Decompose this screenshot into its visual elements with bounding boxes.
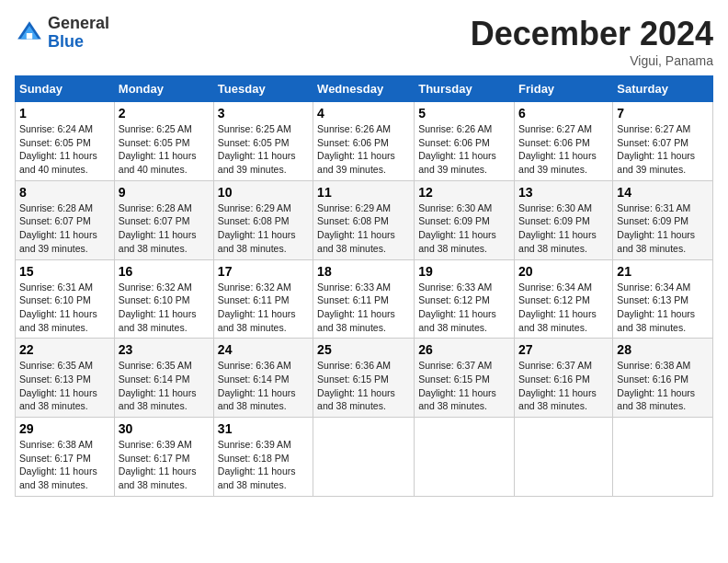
calendar-cell: 25Sunrise: 6:36 AMSunset: 6:15 PMDayligh… [313,339,415,418]
day-number: 25 [317,342,410,357]
svg-rect-2 [27,33,32,39]
logo-icon [15,18,44,48]
calendar-cell: 11Sunrise: 6:29 AMSunset: 6:08 PMDayligh… [313,180,415,259]
cell-details: Sunrise: 6:30 AMSunset: 6:09 PMDaylight:… [518,202,597,254]
day-number: 28 [617,342,709,357]
calendar-cell: 5Sunrise: 6:26 AMSunset: 6:06 PMDaylight… [415,102,515,181]
calendar-cell: 28Sunrise: 6:38 AMSunset: 6:16 PMDayligh… [613,339,713,418]
cell-details: Sunrise: 6:37 AMSunset: 6:15 PMDaylight:… [418,360,496,411]
day-number: 22 [19,342,110,357]
cell-details: Sunrise: 6:32 AMSunset: 6:10 PMDaylight:… [119,282,197,333]
cell-details: Sunrise: 6:28 AMSunset: 6:07 PMDaylight:… [119,202,197,254]
day-number: 21 [617,264,709,279]
calendar-cell: 24Sunrise: 6:36 AMSunset: 6:14 PMDayligh… [213,339,313,418]
calendar-cell: 7Sunrise: 6:27 AMSunset: 6:07 PMDaylight… [613,102,713,181]
day-number: 5 [418,106,510,121]
cell-details: Sunrise: 6:33 AMSunset: 6:12 PMDaylight:… [418,282,496,333]
header-tuesday: Tuesday [213,76,313,102]
calendar-cell: 27Sunrise: 6:37 AMSunset: 6:16 PMDayligh… [515,339,613,418]
day-number: 30 [119,421,210,436]
page-header: General Blue December 2024 Vigui, Panama [15,15,713,68]
calendar-cell: 21Sunrise: 6:34 AMSunset: 6:13 PMDayligh… [613,259,713,339]
calendar-cell: 17Sunrise: 6:32 AMSunset: 6:11 PMDayligh… [213,259,313,339]
calendar-cell: 15Sunrise: 6:31 AMSunset: 6:10 PMDayligh… [16,259,115,339]
calendar-cell [415,418,515,497]
logo-blue-text: Blue [48,32,84,51]
header-monday: Monday [114,76,213,102]
day-number: 1 [19,106,110,121]
day-number: 27 [518,342,609,357]
header-sunday: Sunday [16,76,115,102]
calendar-cell: 29Sunrise: 6:38 AMSunset: 6:17 PMDayligh… [16,418,115,497]
cell-details: Sunrise: 6:24 AMSunset: 6:05 PMDaylight:… [19,123,97,175]
day-number: 14 [617,185,709,200]
day-number: 11 [317,185,410,200]
calendar-table: SundayMondayTuesdayWednesdayThursdayFrid… [15,75,713,497]
cell-details: Sunrise: 6:32 AMSunset: 6:11 PMDaylight:… [218,282,296,333]
header-friday: Friday [515,76,613,102]
cell-details: Sunrise: 6:26 AMSunset: 6:06 PMDaylight:… [418,123,496,175]
header-thursday: Thursday [415,76,515,102]
calendar-cell: 19Sunrise: 6:33 AMSunset: 6:12 PMDayligh… [415,259,515,339]
calendar-week-row: 15Sunrise: 6:31 AMSunset: 6:10 PMDayligh… [16,259,713,339]
title-block: December 2024 Vigui, Panama [471,15,713,68]
cell-details: Sunrise: 6:39 AMSunset: 6:17 PMDaylight:… [119,439,197,490]
cell-details: Sunrise: 6:36 AMSunset: 6:14 PMDaylight:… [218,360,296,411]
calendar-cell: 20Sunrise: 6:34 AMSunset: 6:12 PMDayligh… [515,259,613,339]
logo-general-text: General [48,14,109,32]
day-number: 10 [218,185,309,200]
calendar-cell: 10Sunrise: 6:29 AMSunset: 6:08 PMDayligh… [213,180,313,259]
calendar-week-row: 22Sunrise: 6:35 AMSunset: 6:13 PMDayligh… [16,339,713,418]
cell-details: Sunrise: 6:25 AMSunset: 6:05 PMDaylight:… [218,123,296,175]
header-saturday: Saturday [613,76,713,102]
cell-details: Sunrise: 6:33 AMSunset: 6:11 PMDaylight:… [317,282,395,333]
cell-details: Sunrise: 6:28 AMSunset: 6:07 PMDaylight:… [19,202,97,254]
calendar-cell: 9Sunrise: 6:28 AMSunset: 6:07 PMDaylight… [114,180,213,259]
day-number: 6 [518,106,609,121]
day-number: 13 [518,185,609,200]
day-number: 23 [119,342,210,357]
day-number: 19 [418,264,510,279]
day-number: 16 [119,264,210,279]
day-number: 12 [418,185,510,200]
cell-details: Sunrise: 6:34 AMSunset: 6:12 PMDaylight:… [518,282,597,333]
day-number: 8 [19,185,110,200]
calendar-cell: 6Sunrise: 6:27 AMSunset: 6:06 PMDaylight… [515,102,613,181]
location: Vigui, Panama [471,53,713,68]
day-number: 4 [317,106,410,121]
cell-details: Sunrise: 6:39 AMSunset: 6:18 PMDaylight:… [218,439,296,490]
calendar-cell [613,418,713,497]
calendar-week-row: 8Sunrise: 6:28 AMSunset: 6:07 PMDaylight… [16,180,713,259]
calendar-cell [515,418,613,497]
calendar-cell: 18Sunrise: 6:33 AMSunset: 6:11 PMDayligh… [313,259,415,339]
cell-details: Sunrise: 6:38 AMSunset: 6:17 PMDaylight:… [19,439,97,490]
calendar-cell: 31Sunrise: 6:39 AMSunset: 6:18 PMDayligh… [213,418,313,497]
calendar-cell: 3Sunrise: 6:25 AMSunset: 6:05 PMDaylight… [213,102,313,181]
calendar-cell: 23Sunrise: 6:35 AMSunset: 6:14 PMDayligh… [114,339,213,418]
cell-details: Sunrise: 6:30 AMSunset: 6:09 PMDaylight:… [418,202,496,254]
cell-details: Sunrise: 6:26 AMSunset: 6:06 PMDaylight:… [317,123,395,175]
calendar-cell: 4Sunrise: 6:26 AMSunset: 6:06 PMDaylight… [313,102,415,181]
cell-details: Sunrise: 6:27 AMSunset: 6:06 PMDaylight:… [518,123,597,175]
calendar-cell: 1Sunrise: 6:24 AMSunset: 6:05 PMDaylight… [16,102,115,181]
cell-details: Sunrise: 6:34 AMSunset: 6:13 PMDaylight:… [617,282,695,333]
calendar-cell: 30Sunrise: 6:39 AMSunset: 6:17 PMDayligh… [114,418,213,497]
calendar-cell: 22Sunrise: 6:35 AMSunset: 6:13 PMDayligh… [16,339,115,418]
cell-details: Sunrise: 6:29 AMSunset: 6:08 PMDaylight:… [317,202,395,254]
day-number: 2 [119,106,210,121]
calendar-cell: 13Sunrise: 6:30 AMSunset: 6:09 PMDayligh… [515,180,613,259]
calendar-cell: 12Sunrise: 6:30 AMSunset: 6:09 PMDayligh… [415,180,515,259]
day-number: 29 [19,421,110,436]
day-number: 26 [418,342,510,357]
cell-details: Sunrise: 6:37 AMSunset: 6:16 PMDaylight:… [518,360,597,411]
calendar-cell: 26Sunrise: 6:37 AMSunset: 6:15 PMDayligh… [415,339,515,418]
day-number: 24 [218,342,309,357]
calendar-cell: 16Sunrise: 6:32 AMSunset: 6:10 PMDayligh… [114,259,213,339]
day-number: 20 [518,264,609,279]
cell-details: Sunrise: 6:35 AMSunset: 6:14 PMDaylight:… [119,360,197,411]
calendar-week-row: 1Sunrise: 6:24 AMSunset: 6:05 PMDaylight… [16,102,713,181]
day-number: 15 [19,264,110,279]
day-number: 31 [218,421,309,436]
day-number: 9 [119,185,210,200]
day-number: 7 [617,106,709,121]
